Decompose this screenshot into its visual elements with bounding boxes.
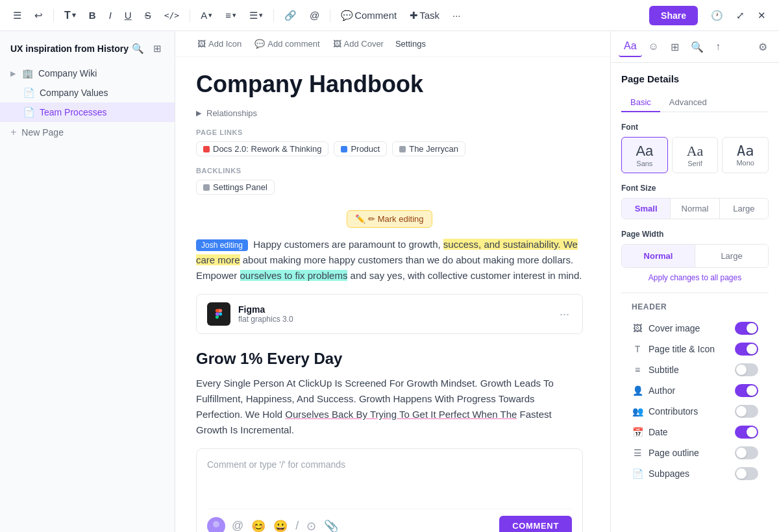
close-btn[interactable]: ✕ <box>752 6 771 25</box>
relationships-link[interactable]: Relationships <box>206 108 257 118</box>
sidebar-new-page[interactable]: + New Page <box>0 122 175 143</box>
expand-btn[interactable]: ⤢ <box>731 6 750 25</box>
font-color-btn[interactable]: A ▾ <box>195 6 217 25</box>
toggle-7[interactable] <box>735 467 758 480</box>
emoji-btn[interactable]: 😊 <box>250 518 267 532</box>
panel-sub-tabs: Basic Advanced <box>621 93 769 112</box>
toggle-row-left: TPage title & Icon <box>632 344 715 354</box>
relationships-row: ▶ Relationships <box>196 108 583 118</box>
link-btn[interactable]: 🔗 <box>279 6 302 25</box>
apply-changes-link[interactable]: Apply changes to all pages <box>621 273 769 282</box>
docs-chip-label: Docs 2.0: Rework & Thinking <box>213 144 321 154</box>
toggle-3[interactable] <box>735 384 758 397</box>
more-btn-toolbar[interactable]: ··· <box>447 6 466 25</box>
sidebar-item-company-wiki[interactable]: ▶ 🏢 Company Wiki <box>0 64 175 83</box>
width-normal[interactable]: Normal <box>622 245 695 267</box>
width-large[interactable]: Large <box>695 245 768 267</box>
code-btn[interactable]: </> <box>159 6 184 24</box>
paragraph-2: Every Single Person At ClickUp Is Screen… <box>196 376 583 438</box>
image-icon: 🖼 <box>197 39 206 49</box>
sidebar-item-company-values[interactable]: 📄 Company Values <box>0 83 175 103</box>
size-normal[interactable]: Normal <box>671 199 719 219</box>
toggle-thumb-7 <box>736 468 747 479</box>
mention-btn[interactable]: @ <box>304 6 325 25</box>
font-option-mono[interactable]: Aa Mono <box>722 137 769 173</box>
toggle-2[interactable] <box>735 363 758 376</box>
sidebar-item-team-processes[interactable]: 📄 Team Processes <box>0 103 175 122</box>
panel-tab-link-btn[interactable]: ⊞ <box>665 36 684 57</box>
header-toggle-row-subpages: 📄Subpages <box>632 463 758 484</box>
panel-tab-basic[interactable]: Basic <box>621 93 660 112</box>
header-toggle-row-page-outline: ☰Page outline <box>632 442 758 463</box>
toggle-icon-2: ≡ <box>632 365 643 375</box>
header-toggle-row-cover-image: 🖼Cover image <box>632 318 758 339</box>
toggle-track-4 <box>735 405 758 418</box>
settings-chip-label: Settings Panel <box>213 182 267 192</box>
panel-tab-text-btn[interactable]: Aa <box>619 36 642 57</box>
toggle-label-5: Date <box>649 427 668 437</box>
panel-tab-search-btn[interactable]: 🔍 <box>686 36 709 57</box>
header-section-title: HEADER <box>632 302 758 311</box>
at-mention-btn[interactable]: @ <box>230 518 245 532</box>
list-btn[interactable]: ☰ ▾ <box>244 6 268 25</box>
figma-more-btn[interactable]: ··· <box>557 305 572 324</box>
italic-btn[interactable]: I <box>104 6 117 25</box>
slash-btn[interactable]: / <box>294 518 300 532</box>
settings-link[interactable]: Settings <box>395 39 426 49</box>
align-btn[interactable]: ≡ ▾ <box>220 6 241 25</box>
text-format-btn[interactable]: T ▾ <box>59 6 81 25</box>
toggle-0[interactable] <box>735 322 758 335</box>
sidebar-search-btn[interactable]: 🔍 <box>129 40 147 57</box>
task-btn-toolbar[interactable]: ✚ Task <box>404 6 445 25</box>
sidebar-item-label: Company Values <box>40 88 108 98</box>
toggle-6[interactable] <box>735 446 758 459</box>
figma-logo <box>207 302 230 326</box>
size-small[interactable]: Small <box>622 199 671 219</box>
toolbar-divider-1 <box>53 9 54 22</box>
figma-sub: flat graphics 3.0 <box>238 315 293 324</box>
comment-placeholder[interactable]: Comment or type '/' for commands <box>207 459 572 470</box>
font-option-sans[interactable]: Aa Sans <box>621 137 668 173</box>
hamburger-btn[interactable]: ☰ <box>8 6 27 25</box>
sidebar-grid-btn[interactable]: ⊞ <box>151 40 164 57</box>
size-large[interactable]: Large <box>720 199 768 219</box>
p1-text3: and say yes, with collective customer in… <box>347 270 582 281</box>
circle-btn[interactable]: ⊙ <box>305 518 317 532</box>
comment-submit-btn[interactable]: COMMENT <box>499 516 572 532</box>
header-section: HEADER 🖼Cover imageTPage title & Icon≡Su… <box>621 302 769 484</box>
add-comment-btn[interactable]: 💬 Add comment <box>253 38 321 50</box>
toggle-thumb-1 <box>747 344 757 354</box>
undo-btn[interactable]: ↩ <box>29 6 48 25</box>
toggle-5[interactable] <box>735 426 758 439</box>
sidebar-item-label: Company Wiki <box>38 68 97 79</box>
toolbar-right-icons: 🕐 ⤢ ✕ <box>706 6 771 25</box>
panel-tab-share-btn[interactable]: ↑ <box>710 36 726 57</box>
mark-editing-tooltip: ✏️ ✏ Mark editing <box>347 210 432 228</box>
panel-tab-emoji-btn[interactable]: ☺ <box>643 36 664 57</box>
toggle-track-1 <box>735 343 758 356</box>
smiley-btn[interactable]: 😀 <box>272 518 289 532</box>
toggle-1[interactable] <box>735 343 758 356</box>
font-option-serif[interactable]: Aa Serif <box>672 137 719 173</box>
sidebar: UX inspiration from History 🔍 ⊞ ▶ 🏢 Comp… <box>0 31 175 532</box>
page-link-jerrycan[interactable]: The Jerrycan <box>392 141 465 156</box>
panel-settings-btn[interactable]: ⚙ <box>754 37 771 57</box>
comment-btn-toolbar[interactable]: 💬 Comment <box>336 6 402 25</box>
underline-btn[interactable]: U <box>119 6 137 25</box>
toggle-label-6: Page outline <box>649 448 699 458</box>
page-link-docs[interactable]: Docs 2.0: Rework & Thinking <box>196 141 328 156</box>
add-icon-btn[interactable]: 🖼 Add Icon <box>196 38 243 50</box>
strikethrough-btn[interactable]: S <box>140 6 156 25</box>
page-link-product[interactable]: Product <box>334 141 387 156</box>
share-button[interactable]: Share <box>649 6 698 25</box>
attach-btn[interactable]: 📎 <box>323 518 340 532</box>
content-body: Company Handbook ▶ Relationships PAGE LI… <box>175 57 604 532</box>
toggle-label-0: Cover image <box>649 323 700 333</box>
toggle-4[interactable] <box>735 405 758 418</box>
bold-btn[interactable]: B <box>84 6 101 25</box>
toggle-thumb-3 <box>747 385 757 396</box>
history-btn[interactable]: 🕐 <box>706 6 728 25</box>
panel-tab-advanced[interactable]: Advanced <box>660 93 716 112</box>
backlink-settings[interactable]: Settings Panel <box>196 180 275 195</box>
add-cover-btn[interactable]: 🖼 Add Cover <box>332 38 385 50</box>
